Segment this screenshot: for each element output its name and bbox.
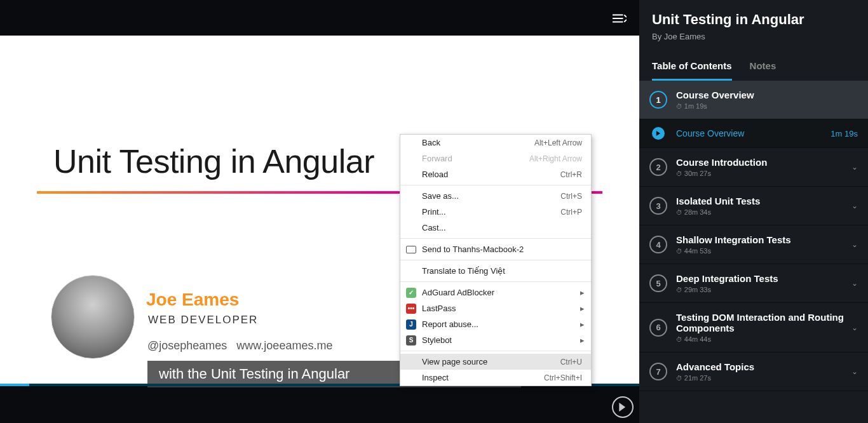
chevron-down-icon: ⌄ <box>851 201 858 210</box>
ctx-print[interactable]: Print...Ctrl+P <box>400 204 591 220</box>
ctx-stylebot[interactable]: SStylebot▸ <box>400 332 591 348</box>
chevron-down-icon: ⌄ <box>851 279 858 288</box>
chevron-down-icon: ⌄ <box>851 240 858 249</box>
ctx-translate[interactable]: Translate to Tiếng Việt <box>400 263 591 279</box>
module-title: Isolated Unit Tests <box>676 196 851 206</box>
ctx-save-as[interactable]: Save as...Ctrl+S <box>400 188 591 204</box>
sidebar-tabs: Table of Contents Notes <box>639 48 868 81</box>
ctx-back[interactable]: BackAlt+Left Arrow <box>400 135 591 151</box>
module-body: Shallow Integration Tests44m 53s <box>676 234 851 255</box>
adguard-icon: ✓ <box>406 288 416 298</box>
module-body: Course Introduction30m 27s <box>676 157 851 177</box>
device-icon <box>406 246 416 253</box>
module-number-badge: 4 <box>649 236 667 253</box>
tab-notes[interactable]: Notes <box>750 60 776 81</box>
module-body: Deep Integration Tests29m 33s <box>676 273 851 293</box>
module-title: Shallow Integration Tests <box>676 234 851 245</box>
module-title: Course Introduction <box>676 157 851 168</box>
module-body: Isolated Unit Tests28m 34s <box>676 196 851 216</box>
ctx-reload[interactable]: ReloadCtrl+R <box>400 166 591 182</box>
module-duration: 21m 27s <box>676 374 851 382</box>
module-row[interactable]: 5Deep Integration Tests29m 33s⌄ <box>639 264 868 303</box>
module-title: Advanced Topics <box>676 361 851 372</box>
course-title: Unit Testing in Angular <box>652 11 855 28</box>
module-row[interactable]: 4Shallow Integration Tests44m 53s⌄ <box>639 225 868 264</box>
module-number-badge: 7 <box>649 363 667 380</box>
ctx-view-source[interactable]: View page sourceCtrl+U <box>400 354 591 370</box>
course-byline: By Joe Eames <box>652 32 855 41</box>
sidebar-header: Unit Testing in Angular By Joe Eames <box>639 0 868 48</box>
submenu-arrow-icon: ▸ <box>580 319 585 329</box>
module-duration: 28m 34s <box>676 208 851 216</box>
chevron-down-icon: ⌄ <box>851 367 858 376</box>
clip-row[interactable]: Course Overview1m 19s <box>639 119 868 148</box>
module-duration: 30m 27s <box>676 170 851 177</box>
module-body: Testing DOM Interaction and Routing Comp… <box>676 312 851 343</box>
play-icon <box>618 403 627 412</box>
ctx-send-to[interactable]: Send to Thanhs-Macbook-2 <box>400 241 591 257</box>
module-row[interactable]: 7Advanced Topics21m 27s⌄ <box>639 352 868 391</box>
author-website: www.joeeames.me <box>236 339 332 352</box>
module-title: Course Overview <box>676 90 858 100</box>
module-list[interactable]: 1Course Overview1m 19sCourse Overview1m … <box>639 81 868 405</box>
module-body: Course Overview1m 19s <box>676 90 858 110</box>
module-row[interactable]: 2Course Introduction30m 27s⌄ <box>639 148 868 187</box>
author-role: WEB DEVELOPER <box>148 314 258 326</box>
author-handle: @josepheames <box>147 339 227 352</box>
separator <box>400 281 591 282</box>
ctx-lastpass[interactable]: •••LastPass▸ <box>400 300 591 316</box>
module-number-badge: 2 <box>649 158 667 176</box>
lastpass-icon: ••• <box>406 304 416 314</box>
collapse-sidebar-button[interactable] <box>606 5 633 32</box>
report-icon: J <box>406 319 416 330</box>
module-row[interactable]: 3Isolated Unit Tests28m 34s⌄ <box>639 187 868 225</box>
slide-title: Unit Testing in Angular <box>53 142 374 180</box>
clip-play-icon <box>652 127 665 140</box>
clip-duration: 1m 19s <box>831 129 858 138</box>
play-next-button[interactable] <box>612 396 634 418</box>
module-number-badge: 1 <box>649 91 667 109</box>
module-duration: 44m 44s <box>676 335 851 343</box>
separator <box>400 238 591 239</box>
separator <box>400 260 591 260</box>
module-duration: 44m 53s <box>676 247 851 255</box>
submenu-arrow-icon: ▸ <box>580 335 585 345</box>
course-sidebar: Unit Testing in Angular By Joe Eames Tab… <box>639 0 868 423</box>
chevron-down-icon: ⌄ <box>851 163 858 171</box>
author-links: @josepheames www.joeeames.me <box>147 339 332 352</box>
stylebot-icon: S <box>406 335 416 346</box>
module-number-badge: 5 <box>649 274 667 292</box>
tab-table-of-contents[interactable]: Table of Contents <box>652 60 732 81</box>
chevron-down-icon: ⌄ <box>851 323 858 332</box>
module-title: Testing DOM Interaction and Routing Comp… <box>676 312 851 333</box>
module-number-badge: 3 <box>649 197 667 215</box>
clip-title: Course Overview <box>676 128 831 138</box>
author-avatar <box>51 275 135 359</box>
module-duration: 29m 33s <box>676 286 851 293</box>
ctx-adguard[interactable]: ✓AdGuard AdBlocker▸ <box>400 285 591 300</box>
module-row[interactable]: 1Course Overview1m 19s <box>639 81 868 119</box>
collapse-icon <box>613 13 627 24</box>
module-row[interactable]: 6Testing DOM Interaction and Routing Com… <box>639 303 868 352</box>
author-name: Joe Eames <box>146 290 239 310</box>
module-title: Deep Integration Tests <box>676 273 851 284</box>
separator <box>400 351 591 351</box>
separator <box>400 185 591 185</box>
ctx-forward: ForwardAlt+Right Arrow <box>400 151 591 166</box>
module-duration: 1m 19s <box>676 102 858 110</box>
module-number-badge: 6 <box>649 319 667 337</box>
module-body: Advanced Topics21m 27s <box>676 361 851 382</box>
ctx-inspect[interactable]: InspectCtrl+Shift+I <box>400 370 591 386</box>
ctx-cast[interactable]: Cast... <box>400 220 591 236</box>
submenu-arrow-icon: ▸ <box>580 304 585 313</box>
submenu-arrow-icon: ▸ <box>580 288 585 297</box>
ctx-report-abuse[interactable]: JReport abuse...▸ <box>400 316 591 332</box>
browser-context-menu: BackAlt+Left Arrow ForwardAlt+Right Arro… <box>400 134 592 386</box>
